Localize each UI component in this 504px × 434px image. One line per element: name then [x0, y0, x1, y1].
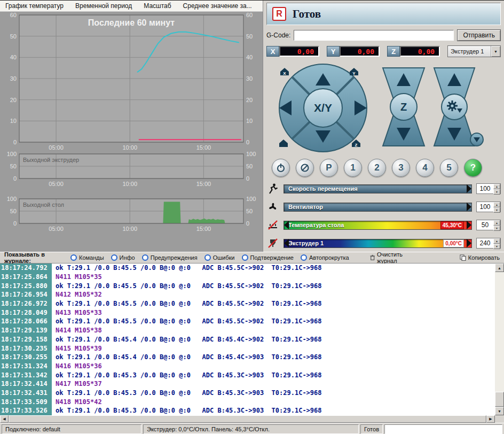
copy-log-button[interactable]: Копировать	[460, 254, 500, 261]
menu-item[interactable]: Временной период	[75, 2, 132, 10]
progress-bar	[384, 424, 502, 434]
log-filter-toggle[interactable]: Автопрокрутка	[301, 254, 349, 261]
scroll-left-button[interactable]: ◀	[0, 415, 9, 423]
power-button[interactable]	[272, 159, 290, 177]
fan-spinner[interactable]: 100 ▲▼	[476, 201, 501, 212]
clear-log-button[interactable]: Очистить журнал	[370, 251, 418, 264]
z-pad-label: Z	[400, 101, 407, 113]
log-filter-toggle[interactable]: Инфо	[111, 254, 135, 261]
fan-icon	[266, 201, 279, 213]
bed-output-chart: 00505010010005:0010:0015:00Выходной стол	[0, 197, 263, 242]
log-filter-toggle[interactable]: Предупреждения	[142, 254, 198, 261]
bed-slider-min-thumb[interactable]	[284, 221, 289, 229]
extruder-temp-spinner[interactable]: 240 ▲▼	[476, 238, 501, 249]
svg-text:15:00: 15:00	[196, 226, 211, 232]
home-all-button[interactable]	[279, 140, 288, 147]
preset-button[interactable]: 5	[440, 159, 458, 177]
fan-slider[interactable]: Вентилятор	[284, 203, 472, 212]
svg-text:10:00: 10:00	[122, 226, 137, 232]
extruder-off-icon	[266, 237, 279, 249]
printer-status-header: R Готов	[266, 3, 501, 25]
spin-up-button[interactable]: ▲	[493, 202, 500, 207]
extruder-temp-slider[interactable]: Экструдер 1 0,00°C	[284, 239, 472, 248]
speed-spinner[interactable]: 100 ▲▼	[476, 183, 501, 194]
log-timestamp: 18:17:30.255	[0, 353, 52, 362]
home-y-button[interactable]: Y	[350, 68, 358, 76]
preset-button[interactable]: 3	[392, 159, 410, 177]
spin-up-button[interactable]: ▲	[493, 220, 500, 226]
home-z-button[interactable]: Z	[352, 140, 360, 148]
bed-off-icon	[266, 219, 279, 231]
scroll-up-button[interactable]: ▲	[495, 264, 504, 272]
spin-up-button[interactable]: ▲	[493, 238, 500, 244]
log-row: 18:17:28.066 ok T:29.1 /0.0 B:45.5 /0.0 …	[0, 317, 495, 326]
quick-buttons-row: P 12345 ?	[266, 156, 501, 178]
scroll-right-button[interactable]: ▶	[486, 415, 495, 423]
svg-text:50: 50	[246, 208, 253, 214]
send-button[interactable]: Отправить	[457, 29, 501, 41]
gcode-input[interactable]	[294, 30, 454, 41]
log-row: 18:17:25.864 N411 M105*35	[0, 273, 495, 282]
menu-item[interactable]: График температур	[5, 2, 64, 10]
log-vertical-scrollbar[interactable]: ▲ ▼	[495, 264, 504, 415]
svg-text:100: 100	[7, 197, 17, 202]
spin-down-button[interactable]: ▼	[493, 226, 500, 231]
svg-text:0: 0	[246, 220, 249, 227]
log-message: N413 M105*33	[52, 309, 102, 316]
log-filter-toggle[interactable]: Подтверждение	[242, 254, 294, 261]
scroll-down-button[interactable]: ▼	[495, 407, 504, 415]
menu-item[interactable]: Среднее значение за...	[183, 2, 252, 10]
chevron-down-icon[interactable]: ▼	[491, 46, 500, 57]
log-filter-toggle[interactable]: Ошибки	[204, 254, 235, 261]
fan-slider-thumb[interactable]	[467, 203, 471, 211]
printer-state: Готов	[360, 424, 383, 434]
motors-off-button[interactable]	[296, 159, 314, 177]
spin-down-button[interactable]: ▼	[493, 244, 500, 249]
vscroll-thumb[interactable]	[495, 392, 504, 407]
manual-control-panel: R Готов G-Code: Отправить X 0,00 Y 0,00 …	[263, 1, 504, 252]
log-message: ok T:29.1 /0.0 B:45.4 /0.0 B@:0 @:0 ADC …	[52, 336, 322, 343]
log-row: 18:17:29.158 ok T:29.1 /0.0 B:45.4 /0.0 …	[0, 335, 495, 344]
log-horizontal-scrollbar[interactable]: ◀ ▶	[0, 415, 504, 423]
extruder-temp-slider-row: Экструдер 1 0,00°C 240 ▲▼	[266, 237, 501, 250]
extruder-slider-min-thumb[interactable]	[284, 239, 289, 247]
park-button[interactable]: P	[320, 159, 338, 177]
hscroll-thumb[interactable]	[9, 415, 486, 423]
svg-text:60: 60	[10, 12, 17, 18]
preset-button[interactable]: 4	[416, 159, 434, 177]
home-x-button[interactable]: X	[280, 68, 289, 76]
spin-up-button[interactable]: ▲	[493, 184, 500, 189]
menu-item[interactable]: Масштаб	[144, 2, 171, 10]
extruder-jog-control[interactable]	[434, 68, 475, 146]
log-timestamp: 18:17:29.158	[0, 335, 52, 344]
speed-slider[interactable]: Скорость перемещения	[284, 184, 472, 193]
svg-text:50: 50	[246, 163, 253, 169]
spin-down-button[interactable]: ▼	[493, 189, 500, 195]
log-filter-toggle[interactable]: Команды	[70, 254, 104, 261]
svg-text:100: 100	[246, 152, 256, 157]
temperature-chart: 0010102020303040405050606005:0010:0015:0…	[0, 12, 263, 152]
spin-down-button[interactable]: ▼	[493, 207, 500, 213]
xy-jog-pad[interactable]: X/Y	[279, 64, 367, 152]
filter-toggle-icon	[204, 254, 211, 261]
z-jog-control[interactable]: Z	[383, 68, 424, 146]
help-button[interactable]: ?	[464, 159, 482, 177]
extruder-feed-button[interactable]	[470, 133, 483, 146]
log-message: N417 M105*37	[52, 380, 102, 387]
filter-toggle-icon	[301, 254, 307, 261]
bed-temp-spinner[interactable]: 50 ▲▼	[476, 220, 501, 230]
y-axis-chip: Y	[327, 46, 340, 57]
power-icon	[276, 163, 286, 173]
speed-slider-thumb[interactable]	[467, 184, 471, 193]
bed-slider-max-thumb[interactable]	[467, 221, 471, 229]
speed-icon	[266, 183, 279, 195]
svg-text:10: 10	[246, 118, 253, 124]
bed-temp-slider[interactable]: Температура стола 45,30°C	[284, 221, 472, 230]
repetier-host-window: График температурВременной периодМасштаб…	[0, 0, 504, 434]
extruder-slider-max-thumb[interactable]	[467, 239, 471, 247]
extruder-select[interactable]: Экструдер 1 ▼	[447, 45, 501, 57]
preset-button[interactable]: 2	[368, 159, 386, 177]
svg-text:05:00: 05:00	[49, 226, 64, 232]
svg-text:30: 30	[246, 75, 253, 82]
preset-button[interactable]: 1	[344, 159, 362, 177]
